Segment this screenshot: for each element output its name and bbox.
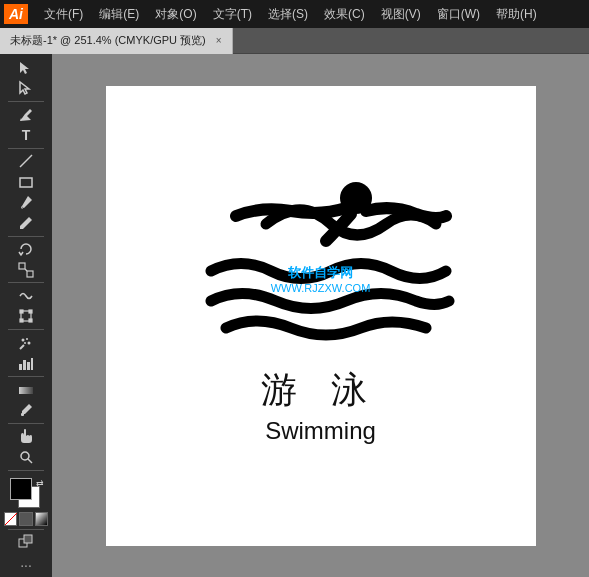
swimming-icon	[171, 156, 471, 356]
menu-window[interactable]: 窗口(W)	[429, 2, 488, 27]
tab-close-button[interactable]: ×	[216, 35, 222, 46]
separator-4	[8, 282, 44, 283]
separator-8	[8, 470, 44, 471]
svg-rect-11	[29, 319, 32, 322]
svg-rect-17	[23, 360, 26, 370]
tab-bar: 未标题-1* @ 251.4% (CMYK/GPU 预览) ×	[0, 28, 589, 54]
svg-point-14	[24, 342, 26, 344]
color-boxes[interactable]: ⇄	[10, 478, 42, 510]
svg-point-12	[22, 338, 25, 341]
menu-object[interactable]: 对象(O)	[147, 2, 204, 27]
svg-rect-21	[21, 413, 24, 416]
menu-help[interactable]: 帮助(H)	[488, 2, 545, 27]
scale-tool[interactable]	[4, 260, 48, 279]
swap-colors-icon[interactable]: ⇄	[36, 478, 44, 488]
zoom-tool[interactable]	[4, 447, 48, 466]
artboard-tool[interactable]	[4, 532, 48, 551]
selection-tool[interactable]	[4, 58, 48, 77]
menu-file[interactable]: 文件(F)	[36, 2, 91, 27]
svg-rect-3	[20, 178, 32, 187]
left-toolbar: T	[0, 54, 52, 577]
symbol-sprayer-tool[interactable]	[4, 333, 48, 352]
separator-6	[8, 376, 44, 377]
svg-rect-18	[27, 362, 30, 370]
warp-tool[interactable]	[4, 286, 48, 305]
svg-marker-0	[20, 62, 29, 74]
svg-rect-10	[20, 319, 23, 322]
separator-3	[8, 236, 44, 237]
gradient-tool[interactable]	[4, 380, 48, 399]
document-tab[interactable]: 未标题-1* @ 251.4% (CMYK/GPU 预览) ×	[0, 28, 233, 54]
color-section: ⇄	[4, 478, 48, 526]
menu-select[interactable]: 选择(S)	[260, 2, 316, 27]
separator-1	[8, 101, 44, 102]
svg-point-13	[26, 338, 28, 340]
foreground-color-box[interactable]	[10, 478, 32, 500]
svg-rect-4	[19, 263, 25, 269]
svg-marker-1	[20, 82, 29, 94]
svg-rect-16	[19, 364, 22, 370]
canvas-document: 软件自学网 WWW.RJZXW.COM	[106, 86, 536, 546]
main-layout: T	[0, 54, 589, 577]
menu-view[interactable]: 视图(V)	[373, 2, 429, 27]
menu-edit[interactable]: 编辑(E)	[91, 2, 147, 27]
separator-5	[8, 329, 44, 330]
gradient-swatch[interactable]	[35, 512, 48, 526]
english-label: Swimming	[261, 417, 379, 445]
svg-rect-9	[29, 310, 32, 313]
svg-line-6	[25, 269, 27, 271]
color-swatches	[4, 512, 48, 526]
hand-tool[interactable]	[4, 427, 48, 446]
menu-text[interactable]: 文字(T)	[205, 2, 260, 27]
menu-effect[interactable]: 效果(C)	[316, 2, 373, 27]
rotate-tool[interactable]	[4, 239, 48, 258]
svg-rect-26	[24, 535, 32, 543]
separator-7	[8, 423, 44, 424]
none-swatch[interactable]	[4, 512, 17, 526]
pen-tool[interactable]	[4, 105, 48, 124]
pencil-tool[interactable]	[4, 213, 48, 232]
eyedropper-tool[interactable]	[4, 400, 48, 419]
canvas-area[interactable]: 软件自学网 WWW.RJZXW.COM	[52, 54, 589, 577]
svg-line-2	[20, 155, 32, 167]
direct-selection-tool[interactable]	[4, 78, 48, 97]
svg-line-24	[5, 513, 17, 525]
free-transform-tool[interactable]	[4, 307, 48, 326]
separator-2	[8, 148, 44, 149]
svg-rect-19	[31, 358, 33, 370]
graph-tool[interactable]	[4, 354, 48, 373]
svg-rect-20	[19, 387, 33, 394]
svg-point-22	[21, 452, 29, 460]
paintbrush-tool[interactable]	[4, 193, 48, 212]
app-logo: Ai	[4, 4, 28, 24]
svg-rect-5	[27, 271, 33, 277]
menu-bar: Ai 文件(F) 编辑(E) 对象(O) 文字(T) 选择(S) 效果(C) 视…	[0, 0, 589, 28]
more-tools-button[interactable]: ···	[20, 557, 32, 573]
artwork-container: 游 泳 Swimming	[171, 156, 471, 445]
svg-line-23	[28, 459, 32, 463]
rectangle-tool[interactable]	[4, 172, 48, 191]
text-labels: 游 泳 Swimming	[261, 366, 379, 445]
svg-point-15	[28, 341, 31, 344]
type-tool[interactable]: T	[4, 125, 48, 144]
separator-9	[8, 529, 44, 530]
black-swatch[interactable]	[19, 512, 32, 526]
line-tool[interactable]	[4, 152, 48, 171]
tab-label: 未标题-1* @ 251.4% (CMYK/GPU 预览)	[10, 33, 206, 48]
chinese-label: 游 泳	[261, 366, 379, 415]
svg-rect-8	[20, 310, 23, 313]
